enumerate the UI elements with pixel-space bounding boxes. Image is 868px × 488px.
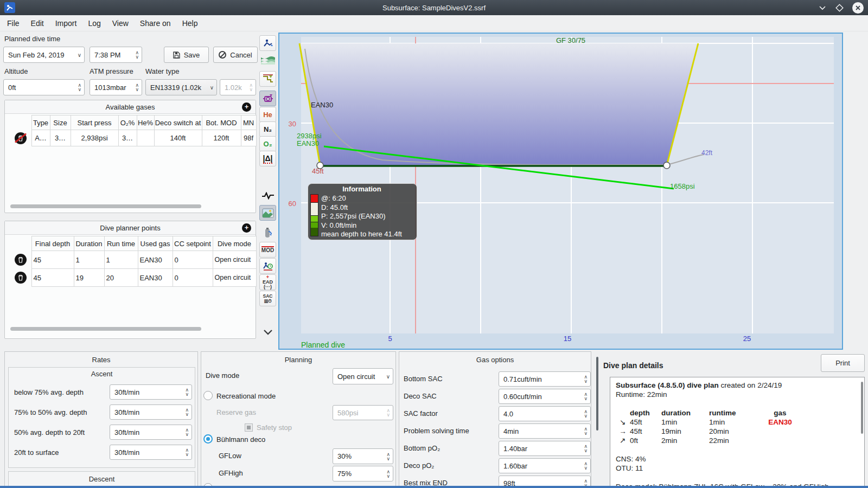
toolbar-tissue-delta-button[interactable]: |Δ| (259, 151, 276, 166)
close-icon[interactable] (852, 2, 864, 14)
menu-import[interactable]: Import (55, 19, 77, 28)
toolbar-dive-profile-button[interactable] (259, 35, 276, 51)
minimize-icon[interactable] (818, 3, 827, 12)
spinner-arrows-icon[interactable]: ∧∨ (584, 461, 588, 470)
point-duration-cell[interactable]: 1 (74, 251, 104, 269)
spinner-arrows-icon[interactable]: ∧∨ (584, 427, 588, 435)
dive-mode-combo[interactable]: Open circuit ∨ (333, 368, 393, 384)
spinner-arrows-icon[interactable]: ∧∨ (185, 408, 189, 416)
bottom-po2-spinner[interactable]: 1.40bar∧∨ (499, 441, 591, 456)
toolbar-ead-button[interactable]: +EAD(···) (259, 274, 276, 290)
points-h-scrollbar[interactable] (10, 327, 201, 331)
bottom-sac-spinner[interactable]: 0.71cuft/min∧∨ (499, 371, 591, 387)
profile-handle[interactable] (663, 162, 670, 169)
gas-type-cell[interactable]: A… (31, 130, 50, 146)
atm-pressure-spinner[interactable]: 1013mbar ∧∨ (90, 79, 142, 95)
point-duration-cell[interactable]: 19 (74, 269, 104, 287)
gas-he-cell[interactable] (137, 130, 154, 146)
print-button[interactable]: Print (821, 354, 865, 372)
menu-edit[interactable]: Edit (31, 19, 44, 28)
gases-col-o2[interactable]: O₂% (118, 115, 137, 130)
cancel-button[interactable]: Cancel (213, 47, 258, 63)
delete-point-icon[interactable] (15, 272, 27, 284)
points-col-depth[interactable]: Final depth (31, 236, 74, 251)
panel-splitter-handle[interactable] (596, 357, 598, 431)
point-setpoint-cell[interactable]: 0 (173, 251, 213, 269)
point-gas-cell[interactable]: EAN30 (138, 269, 173, 287)
spinner-arrows-icon[interactable]: ∧∨ (584, 409, 588, 418)
spinner-arrows-icon[interactable]: ∧∨ (135, 83, 139, 92)
points-col-duration[interactable]: Duration (74, 236, 104, 251)
gflow-spinner[interactable]: 30% ∧∨ (333, 448, 393, 464)
gas-mnd-cell[interactable]: 98f (241, 130, 256, 146)
point-mode-cell[interactable]: Open circuit (213, 251, 256, 269)
toolbar-calculated-ceiling-button[interactable] (259, 91, 276, 106)
buhlmann-deco-radio[interactable] (203, 434, 213, 444)
spinner-arrows-icon[interactable]: ∧∨ (78, 83, 81, 92)
toolbar-ceiling-button[interactable] (259, 71, 276, 87)
ascent-rate-spinner[interactable]: 30ft/min∧∨ (110, 404, 192, 420)
gas-size-cell[interactable]: 3… (50, 130, 71, 146)
altitude-spinner[interactable]: 0ft ∧∨ (3, 79, 85, 95)
toolbar-sac-button[interactable]: SAC▦⏱ (259, 291, 276, 306)
spinner-arrows-icon[interactable]: ∧∨ (135, 50, 139, 59)
point-gas-cell[interactable]: EAN30 (138, 251, 173, 269)
point-depth-cell[interactable]: 45 (31, 269, 74, 287)
ascent-rate-spinner[interactable]: 30ft/min∧∨ (110, 384, 192, 400)
toolbar-he-button[interactable]: He (259, 107, 276, 123)
spinner-arrows-icon[interactable]: ∧∨ (584, 444, 588, 453)
details-v-scrollbar[interactable] (861, 382, 863, 434)
gas-deco-switch-cell[interactable]: 140ft (154, 130, 202, 146)
ascent-rate-spinner[interactable]: 30ft/min∧∨ (110, 425, 192, 440)
toolbar-scroll-down-button[interactable] (259, 324, 276, 340)
toolbar-o2-button[interactable]: O₂ (259, 136, 276, 152)
menu-view[interactable]: View (112, 19, 129, 28)
recreational-mode-radio[interactable] (203, 391, 213, 400)
toolbar-mod-button[interactable]: MOD (259, 242, 276, 258)
water-type-combo[interactable]: EN13319 (1.02k ∨ (145, 79, 217, 95)
dive-date-combo[interactable]: Sun Feb 24, 2019 ∨ (3, 47, 85, 63)
menu-file[interactable]: File (7, 19, 20, 28)
spinner-arrows-icon[interactable]: ∧∨ (185, 448, 189, 457)
gases-col-bot-mod[interactable]: Bot. MOD (202, 115, 241, 130)
spinner-arrows-icon[interactable]: ∧∨ (386, 470, 390, 478)
menu-help[interactable]: Help (182, 19, 198, 28)
gas-bot-mod-cell[interactable]: 120ft (202, 130, 241, 146)
toolbar-photos-button[interactable] (259, 205, 276, 221)
toolbar-heartrate-button[interactable] (259, 188, 276, 203)
save-button[interactable]: Save (164, 47, 209, 63)
spinner-arrows-icon[interactable]: ∧∨ (185, 388, 189, 396)
spinner-arrows-icon[interactable]: ∧∨ (185, 428, 189, 436)
deco-po2-spinner[interactable]: 1.60bar∧∨ (499, 458, 591, 473)
menu-share-on[interactable]: Share on (140, 19, 171, 28)
toolbar-tank-bar-button[interactable] (259, 224, 276, 240)
deco-sac-spinner[interactable]: 0.60cuft/min∧∨ (499, 389, 591, 404)
gases-col-mnd[interactable]: MN (241, 115, 256, 130)
gas-o2-cell[interactable]: 3… (118, 130, 137, 146)
delete-gas-icon[interactable] (15, 132, 27, 144)
point-runtime-cell[interactable]: 1 (104, 251, 138, 269)
gas-start-press-cell[interactable]: 2,938psi (71, 130, 118, 146)
ascent-rate-spinner[interactable]: 30ft/min∧∨ (110, 445, 192, 460)
point-mode-cell[interactable]: Open circuit (213, 269, 256, 287)
points-col-setpoint[interactable]: CC setpoint (173, 236, 213, 251)
add-gas-icon[interactable]: + (242, 102, 251, 112)
points-col-runtime[interactable]: Run time (104, 236, 138, 251)
dive-profile-chart[interactable]: GF 30/75 EAN30 2938psi EAN30 45ft 42ft 1… (278, 33, 843, 350)
delete-point-icon[interactable] (15, 254, 27, 266)
toolbar-ndl-button[interactable] (259, 258, 276, 274)
gases-col-size[interactable]: Size (50, 115, 71, 130)
gfhigh-spinner[interactable]: 75% ∧∨ (333, 466, 393, 481)
point-runtime-cell[interactable]: 20 (104, 269, 138, 287)
dive-plan-details-text[interactable]: Subsurface (4.8.5.0) dive plan created o… (610, 377, 865, 487)
sac-factor-spinner[interactable]: 4.0∧∨ (499, 406, 591, 421)
spinner-arrows-icon[interactable]: ∧∨ (584, 392, 588, 401)
problem-solving-time-spinner[interactable]: 4min∧∨ (499, 423, 591, 439)
spinner-arrows-icon[interactable]: ∧∨ (584, 375, 588, 383)
point-depth-cell[interactable]: 45 (31, 251, 74, 269)
maximize-icon[interactable] (835, 4, 844, 12)
gases-h-scrollbar[interactable] (10, 204, 201, 208)
menu-log[interactable]: Log (88, 19, 100, 28)
spinner-arrows-icon[interactable]: ∧∨ (386, 452, 390, 461)
dive-time-spinner[interactable]: 7:38 PM ∧∨ (90, 47, 142, 63)
